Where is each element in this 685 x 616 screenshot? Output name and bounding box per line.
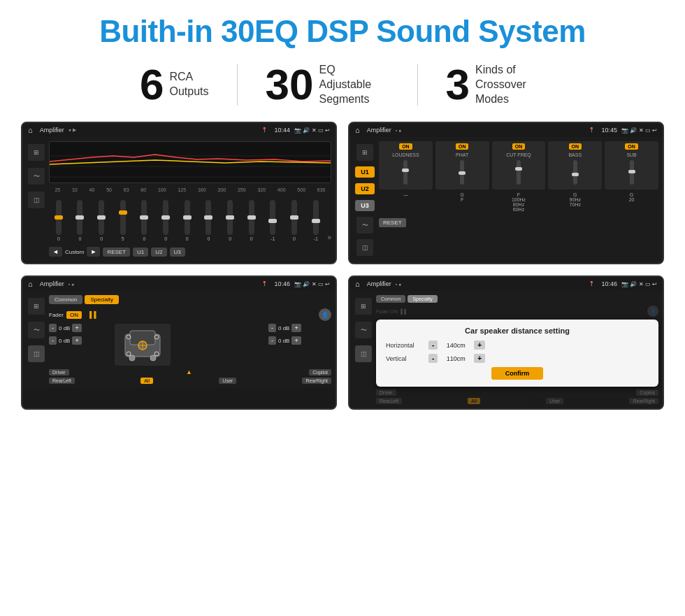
eq-slider-3[interactable]: 0 bbox=[92, 200, 111, 241]
fader-tab-specialty[interactable]: Specialty bbox=[85, 295, 118, 304]
eq-icon-filter[interactable]: ⊞ bbox=[28, 144, 45, 161]
xover-u2-btn[interactable]: U2 bbox=[355, 183, 375, 194]
fader-fl-plus[interactable]: + bbox=[72, 324, 81, 332]
eq-slider-13[interactable]: -1 bbox=[306, 200, 326, 241]
eq-location-icon: 📍 bbox=[261, 127, 268, 133]
fader-rearright-btn[interactable]: RearRight bbox=[302, 378, 331, 384]
fader-screen-container: ⌂ Amplifier ▪ ● 📍 10:46 📷 🔊 ✕ ▭ ↩ ⊞ 〜 ◫ bbox=[21, 275, 337, 410]
fader-user-btn[interactable]: User bbox=[219, 378, 236, 384]
eq-u3-button[interactable]: U3 bbox=[170, 248, 185, 257]
fader-on-button[interactable]: ON bbox=[66, 311, 82, 319]
eq-home-icon[interactable]: ⌂ bbox=[28, 126, 33, 134]
distance-vertical-minus[interactable]: - bbox=[428, 354, 438, 363]
eq-slider-11[interactable]: -1 bbox=[264, 200, 283, 241]
stat-crossover: 3 Kinds ofCrossover Modes bbox=[418, 63, 573, 106]
fader-icon-speaker[interactable]: ◫ bbox=[28, 345, 45, 362]
distance-confirm-button[interactable]: Confirm bbox=[491, 367, 544, 380]
xover-u1-btn[interactable]: U1 bbox=[355, 166, 375, 178]
crossover-left-panel: ⊞ U1 U2 U3 〜 ◫ bbox=[354, 141, 376, 259]
fader-icon-wave[interactable]: 〜 bbox=[28, 322, 45, 338]
fader-copilot-btn[interactable]: Copilot bbox=[309, 369, 331, 375]
fader-rl-db: - 0 dB + bbox=[49, 336, 112, 345]
fader-fl-value: 0 dB bbox=[59, 325, 70, 331]
fader-footer: Driver ▲ Copilot bbox=[49, 368, 331, 375]
xover-status-icons: 📷 🔊 ✕ ▭ ↩ bbox=[621, 127, 657, 134]
xover-cutfreq-on[interactable]: ON bbox=[512, 143, 526, 150]
distance-screen-container: ⌂ Amplifier ▪ ● 📍 10:46 📷 🔊 ✕ ▭ ↩ ⊞ 〜 ◫ bbox=[348, 275, 664, 410]
fader-home-icon[interactable]: ⌂ bbox=[28, 280, 33, 288]
fader-fr-value: 0 dB bbox=[278, 325, 289, 331]
xover-reset-button[interactable]: RESET bbox=[379, 218, 406, 227]
distance-horizontal-value: 140cm bbox=[442, 342, 470, 349]
distance-driver-btn: Driver bbox=[376, 389, 396, 396]
eq-icon-wave[interactable]: 〜 bbox=[28, 168, 45, 185]
crossover-channels: ON LOUDNESS ON P bbox=[379, 141, 658, 259]
eq-slider-10[interactable]: 0 bbox=[242, 200, 261, 241]
fader-fl-minus[interactable]: - bbox=[49, 324, 57, 332]
xover-loudness-on[interactable]: ON bbox=[399, 143, 412, 150]
distance-horizontal-plus[interactable]: + bbox=[474, 341, 485, 350]
xover-bass-on[interactable]: ON bbox=[569, 143, 582, 150]
eq-status-icons: 📷 🔊 ✕ ▭ ↩ bbox=[294, 127, 330, 134]
distance-icon-filter[interactable]: ⊞ bbox=[355, 298, 372, 315]
eq-more-icon[interactable]: » bbox=[328, 234, 332, 241]
eq-slider-12[interactable]: 0 bbox=[284, 200, 304, 241]
xover-icon-speaker[interactable]: ◫ bbox=[356, 239, 373, 256]
fader-right-speakers: - 0 dB + - 0 dB + bbox=[268, 324, 331, 345]
fader-fr-plus[interactable]: + bbox=[291, 324, 301, 332]
xover-phat-on[interactable]: ON bbox=[456, 143, 469, 150]
distance-home-icon[interactable]: ⌂ bbox=[355, 280, 360, 288]
eq-preset-label: Custom bbox=[65, 249, 85, 255]
eq-slider-8[interactable]: 0 bbox=[199, 200, 219, 241]
fader-rearleft-btn[interactable]: RearLeft bbox=[49, 378, 75, 384]
distance-horizontal-minus[interactable]: - bbox=[428, 341, 438, 350]
eq-reset-button[interactable]: RESET bbox=[103, 248, 130, 257]
eq-u2-button[interactable]: U2 bbox=[151, 248, 166, 257]
xover-home-icon[interactable]: ⌂ bbox=[355, 126, 360, 134]
fader-rr-minus[interactable]: - bbox=[268, 336, 276, 345]
fader-rl-plus[interactable]: + bbox=[72, 336, 81, 345]
eq-slider-7[interactable]: 0 bbox=[178, 200, 197, 241]
fader-tab-common[interactable]: Common bbox=[49, 295, 82, 304]
xover-sub-on[interactable]: ON bbox=[625, 143, 638, 150]
eq-slider-5[interactable]: 0 bbox=[135, 200, 154, 241]
distance-left-panel: ⊞ 〜 ◫ bbox=[354, 295, 373, 404]
xover-location-icon: 📍 bbox=[589, 127, 595, 133]
fader-rr-db: - 0 dB + bbox=[268, 336, 331, 345]
eq-prev-button[interactable]: ◄ bbox=[49, 247, 62, 257]
distance-common-tab[interactable]: Common bbox=[376, 295, 405, 303]
eq-content: 2532405063 80100125160200 25032040050063… bbox=[49, 141, 331, 257]
crossover-status-bar: ⌂ Amplifier ▪ ● 📍 10:45 📷 🔊 ✕ ▭ ↩ bbox=[349, 123, 663, 137]
stat-number-rca: 6 bbox=[140, 63, 164, 106]
fader-person-icon[interactable]: 👤 bbox=[319, 308, 331, 321]
eq-slider-1[interactable]: 0 bbox=[49, 200, 68, 241]
fader-left-panel: ⊞ 〜 ◫ bbox=[27, 295, 46, 384]
eq-slider-4[interactable]: 5 bbox=[113, 200, 133, 241]
fader-rr-plus[interactable]: + bbox=[291, 336, 301, 345]
fader-fr-minus[interactable]: - bbox=[268, 324, 276, 332]
xover-app-name: Amplifier bbox=[367, 127, 391, 134]
fader-all-btn[interactable]: All bbox=[140, 378, 153, 384]
xover-cutfreq: ON CUT FREQ bbox=[492, 141, 546, 189]
distance-icon-wave[interactable]: 〜 bbox=[355, 322, 372, 338]
xover-freq-labels: — GF F100Hz80Hz60Hz G90Hz70Hz G20 bbox=[379, 192, 658, 212]
eq-icon-speaker[interactable]: ◫ bbox=[28, 192, 45, 208]
eq-u1-button[interactable]: U1 bbox=[133, 248, 148, 257]
xover-icon-filter[interactable]: ⊞ bbox=[356, 144, 373, 161]
distance-vertical-plus[interactable]: + bbox=[474, 354, 485, 363]
fader-icon-filter[interactable]: ⊞ bbox=[28, 298, 45, 315]
distance-rearleft-btn: RearLeft bbox=[376, 398, 402, 404]
fader-rl-minus[interactable]: - bbox=[49, 336, 57, 345]
eq-next-button[interactable]: ► bbox=[87, 247, 100, 257]
eq-slider-6[interactable]: 0 bbox=[156, 200, 175, 241]
fader-driver-btn[interactable]: Driver bbox=[49, 369, 69, 375]
distance-location-icon: 📍 bbox=[589, 281, 595, 287]
eq-slider-9[interactable]: 0 bbox=[220, 200, 240, 241]
xover-bass-label: BASS bbox=[550, 152, 600, 157]
xover-icon-wave[interactable]: 〜 bbox=[356, 217, 373, 234]
eq-slider-2[interactable]: 0 bbox=[71, 200, 90, 241]
distance-specialty-tab[interactable]: Specialty bbox=[408, 295, 437, 303]
xover-u3-btn[interactable]: U3 bbox=[355, 200, 375, 211]
distance-icon-speaker[interactable]: ◫ bbox=[355, 345, 372, 362]
stat-rca: 6 RCAOutputs bbox=[112, 63, 237, 106]
